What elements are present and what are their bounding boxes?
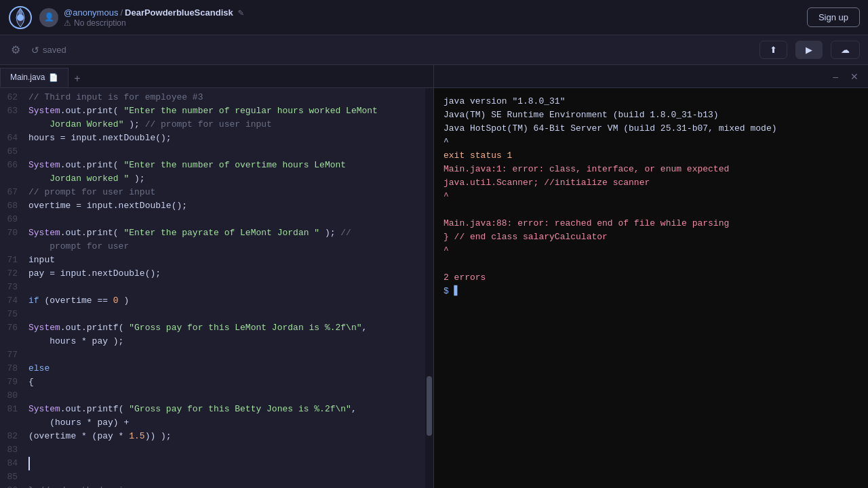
cloud-button[interactable]: ☁ [831,41,860,59]
new-file-button[interactable]: + [68,70,85,87]
saved-label: saved [43,45,66,55]
terminal-line [443,258,859,271]
avatar: 👤 [39,8,58,27]
line-content [28,389,425,403]
line-content [28,281,425,294]
code-line: 65 [0,145,425,159]
terminal-line: Main.java:1: error: class, interface, or… [443,163,859,176]
code-line: 78 else [0,362,425,375]
code-line: 80 [0,389,425,403]
file-tab-label: Main.java [10,73,45,82]
line-content: Jordan worked " ); [28,172,425,186]
line-content: prompt for user [28,240,425,253]
line-number: 76 [0,321,28,335]
terminal-line: java.util.Scanner; //initialize scanner [443,176,859,190]
terminal-line: ^ [443,136,859,149]
editor-scrollbar[interactable] [425,88,433,488]
edit-icon[interactable]: ✎ [238,7,243,18]
line-content [28,457,425,470]
line-content: pay = input.nextDouble(); [28,267,425,281]
terminal-close-button[interactable]: ✕ [846,70,863,83]
code-line: 86 } //end method main [0,484,425,488]
terminal-line: } // end class salaryCalculator [443,230,859,244]
line-number [0,118,28,131]
line-number [0,240,28,253]
terminal-line: ^ [443,244,859,258]
code-line: 75 [0,308,425,321]
line-content: // prompt for user input [28,186,425,199]
code-line: 68 overtime = input.nextDouble(); [0,199,425,213]
line-number: 75 [0,308,28,321]
line-content: System.out.print( "Enter the number of r… [28,104,425,118]
line-number: 83 [0,443,28,457]
line-number: 67 [0,186,28,199]
code-line: 77 [0,348,425,362]
code-line: 72 pay = input.nextDouble(); [0,267,425,281]
code-line: Jordan Worked" ); // prompt for user inp… [0,118,425,131]
line-number: 81 [0,403,28,416]
terminal-line: java version "1.8.0_31" [443,95,859,108]
line-content [28,213,425,226]
terminal-line: Java(TM) SE Runtime Environment (build 1… [443,108,859,122]
line-number: 72 [0,267,28,281]
line-number: 68 [0,199,28,213]
line-content: hours = input.nextDouble(); [28,131,425,145]
line-content: } //end method main [28,484,425,488]
line-content [28,145,425,159]
terminal-line: ^ [443,190,859,203]
user-link[interactable]: @anonymous [64,7,118,18]
line-content: { [28,375,425,389]
line-content: (hours * pay) + [28,416,425,430]
run-button[interactable]: ▶ [795,41,823,59]
user-info: @anonymous / DearPowderblueScandisk ✎ ⚠ … [64,7,243,28]
line-content [28,348,425,362]
app-logo[interactable] [8,5,33,30]
code-line: 81 System.out.printf( "Gross pay for thi… [0,403,425,416]
code-line: 85 [0,470,425,484]
code-area[interactable]: 62 // Third input is for employee #3 63 … [0,88,425,488]
file-icon: 📄 [49,73,58,82]
line-number: 80 [0,389,28,403]
line-number [0,416,28,430]
line-number: 70 [0,226,28,240]
terminal-minimize-button[interactable]: – [829,70,842,83]
settings-button[interactable]: ⚙ [8,41,23,59]
terminal-line: Main.java:88: error: reached end of file… [443,217,859,230]
line-content: overtime = input.nextDouble(); [28,199,425,213]
terminal-panel: – ✕ java version "1.8.0_31" Java(TM) SE … [434,65,868,488]
line-number: 84 [0,457,28,470]
code-line: 83 [0,443,425,457]
line-number: 66 [0,159,28,172]
code-line: 74 if (overtime == 0 ) [0,294,425,308]
code-line: 67 // prompt for user input [0,186,425,199]
line-content: // Third input is for employee #3 [28,91,425,104]
line-number: 73 [0,281,28,294]
code-line-cursor: 84 [0,457,425,470]
line-number [0,335,28,348]
project-name[interactable]: DearPowderblueScandisk [125,7,233,18]
file-tab-main[interactable]: Main.java 📄 [0,68,68,87]
file-tabs: Main.java 📄 + [0,65,433,88]
code-line: 79 { [0,375,425,389]
line-number: 62 [0,91,28,104]
terminal-line: exit status 1 [443,149,859,163]
terminal-line [443,203,859,217]
line-content [28,470,425,484]
code-line: 70 System.out.print( "Enter the payrate … [0,226,425,240]
line-number [0,172,28,186]
share-button[interactable]: ⬆ [760,41,787,59]
line-content: System.out.printf( "Gross pay for this B… [28,403,425,416]
signup-button[interactable]: Sign up [807,7,860,27]
code-line: (hours * pay) + [0,416,425,430]
editor-panel: Main.java 📄 + 62 // Third input is for e… [0,65,434,488]
line-content: System.out.print( "Enter the payrate of … [28,226,425,240]
description: ⚠ No description [64,18,243,28]
terminal-output[interactable]: java version "1.8.0_31" Java(TM) SE Runt… [434,88,868,488]
topbar: 👤 @anonymous / DearPowderblueScandisk ✎ … [0,0,868,35]
terminal-prompt: $ ▋ [443,285,859,298]
code-line: 64 hours = input.nextDouble(); [0,131,425,145]
code-line: prompt for user [0,240,425,253]
line-number: 69 [0,213,28,226]
line-number: 82 [0,430,28,443]
editor-scrollbar-thumb[interactable] [427,376,432,436]
